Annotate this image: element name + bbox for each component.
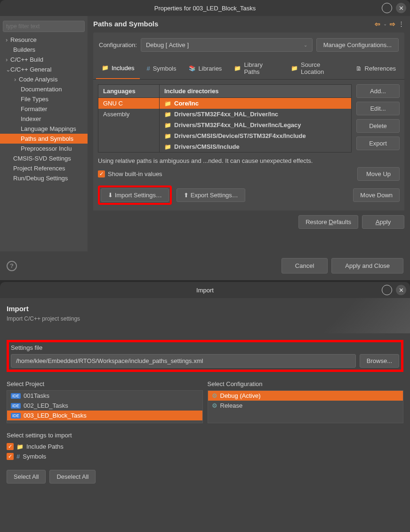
gear-icon: ⚙ xyxy=(212,392,217,399)
config-listbox: ⚙Debug (Active) ⚙Release xyxy=(208,390,404,423)
tree-paths-symbols[interactable]: Paths and Symbols xyxy=(0,134,88,144)
apply-close-button[interactable]: Apply and Close xyxy=(331,258,403,274)
settings-file-input[interactable] xyxy=(11,354,356,368)
include-row[interactable]: 📁Drivers/CMSIS/Device/ST/STM32F4xx/Inclu… xyxy=(160,130,351,141)
tree-documentation[interactable]: Documentation xyxy=(0,84,88,94)
tree-cgeneral[interactable]: ⌄C/C++ General xyxy=(0,64,88,74)
symbols-checkbox[interactable]: ✓ xyxy=(7,453,14,460)
hash-icon: # xyxy=(16,453,20,460)
properties-title: Properties for 003_LED_Block_Tasks xyxy=(154,5,256,12)
config-label: Configuration: xyxy=(99,41,137,48)
include-dirs-header: Include directories xyxy=(160,85,351,98)
tree-cbuild[interactable]: ›C/C++ Build xyxy=(0,55,88,64)
show-builtin-checkbox[interactable]: ✓ xyxy=(98,170,105,177)
tree-rundebug[interactable]: Run/Debug Settings xyxy=(0,173,88,183)
hint-text: Using relative paths is ambiguous and ..… xyxy=(93,157,404,167)
tab-includes[interactable]: 📁Includes xyxy=(96,57,140,79)
tree-preproc[interactable]: Preprocessor Inclu xyxy=(0,144,88,153)
tree-formatter[interactable]: Formatter xyxy=(0,104,88,114)
tree-resource[interactable]: ›Resource xyxy=(0,35,88,45)
restore-defaults-button[interactable]: Restore Defaults xyxy=(298,215,358,229)
properties-tree: ›Resource Builders ›C/C++ Build ⌄C/C++ G… xyxy=(0,16,88,251)
kebab-menu-icon[interactable]: ⋮ xyxy=(398,20,404,27)
settings-file-label: Settings file xyxy=(11,344,399,351)
folder-icon: 📁 xyxy=(16,443,24,450)
include-row[interactable]: 📁Drivers/STM32F4xx_HAL_Driver/Inc/Legacy xyxy=(160,120,351,130)
nav-back-icon[interactable]: ⇦ xyxy=(375,20,380,28)
project-item[interactable]: IDE003_LED_Block_Tasks xyxy=(7,411,202,420)
manage-config-button[interactable]: Manage Configurations... xyxy=(316,38,399,52)
window-restore-icon[interactable] xyxy=(382,285,392,295)
select-all-button[interactable]: Select All xyxy=(7,470,46,484)
nav-forward-icon[interactable]: ⇨ xyxy=(390,20,395,28)
filter-input[interactable] xyxy=(3,21,85,32)
folder-icon: 📁 xyxy=(164,133,171,139)
deselect-all-button[interactable]: Deselect All xyxy=(49,470,96,484)
help-icon[interactable]: ? xyxy=(7,261,17,271)
import-settings-button[interactable]: ⬇ Import Settings… xyxy=(101,188,169,202)
window-close-icon[interactable]: ✕ xyxy=(396,285,406,295)
select-config-label: Select Configuration xyxy=(208,380,404,387)
project-listbox: IDE001Tasks IDE002_LED_Tasks IDE003_LED_… xyxy=(7,390,203,423)
window-close-icon[interactable]: ✕ xyxy=(396,3,406,13)
ide-icon: IDE xyxy=(11,403,21,409)
folder-icon: 📁 xyxy=(234,65,241,72)
move-down-button[interactable]: Move Down xyxy=(353,188,400,202)
apply-button[interactable]: Apply xyxy=(362,215,404,229)
folder-icon: 📁 xyxy=(164,111,171,118)
add-button[interactable]: Add... xyxy=(356,84,400,98)
include-row[interactable]: 📁Drivers/CMSIS/Include xyxy=(160,141,351,152)
folder-icon: 📁 xyxy=(291,65,298,72)
tab-library-paths[interactable]: 📁Library Paths xyxy=(228,57,284,79)
tree-lang-mapping[interactable]: Language Mappings xyxy=(0,124,88,134)
project-item[interactable]: IDE001Tasks xyxy=(7,391,202,401)
tree-proj-refs[interactable]: Project References xyxy=(0,163,88,173)
folder-icon: 📁 xyxy=(164,122,171,129)
cancel-button[interactable]: Cancel xyxy=(281,258,328,274)
include-row[interactable]: 📁Core/Inc xyxy=(160,98,351,109)
gear-icon: ⚙ xyxy=(212,402,217,409)
tree-code-analysis[interactable]: ›Code Analysis xyxy=(0,74,88,84)
tab-symbols[interactable]: #Symbols xyxy=(141,57,182,79)
lang-assembly[interactable]: Assembly xyxy=(98,109,159,120)
edit-button[interactable]: Edit... xyxy=(356,102,400,115)
export-button[interactable]: Export xyxy=(356,137,400,150)
lang-gnu-c[interactable]: GNU C xyxy=(98,98,159,109)
tree-indexer[interactable]: Indexer xyxy=(0,114,88,124)
browse-button[interactable]: Browse... xyxy=(360,354,399,368)
symbols-label: Symbols xyxy=(23,453,46,460)
tab-source-location[interactable]: 📁Source Location xyxy=(285,57,349,79)
languages-header: Languages xyxy=(98,85,159,98)
section-title: Paths and Symbols xyxy=(93,20,158,28)
window-restore-icon[interactable] xyxy=(382,3,392,13)
config-item[interactable]: ⚙Debug (Active) xyxy=(208,391,403,401)
tree-builders[interactable]: Builders xyxy=(0,45,88,55)
tree-cmsis[interactable]: CMSIS-SVD Settings xyxy=(0,153,88,163)
books-icon: 📚 xyxy=(189,65,196,72)
tab-libraries[interactable]: 📚Libraries xyxy=(183,57,228,79)
tree-file-types[interactable]: File Types xyxy=(0,94,88,104)
import-title: Import xyxy=(196,287,214,294)
config-item[interactable]: ⚙Release xyxy=(208,401,403,411)
move-up-button[interactable]: Move Up xyxy=(357,167,400,181)
import-subtitle: Import C/C++ project settings xyxy=(7,315,403,322)
project-item[interactable]: IDE002_LED_Tasks xyxy=(7,401,202,411)
folder-icon: 📁 xyxy=(102,64,109,71)
import-heading: Import xyxy=(7,305,403,313)
include-paths-checkbox[interactable]: ✓ xyxy=(7,443,14,450)
doc-icon: 🗎 xyxy=(356,65,362,72)
select-settings-label: Select settings to import xyxy=(7,432,403,439)
include-paths-label: Include Paths xyxy=(26,443,64,450)
properties-titlebar: Properties for 003_LED_Block_Tasks ✕ xyxy=(0,0,410,16)
nav-dropdown-icon[interactable]: ⌄ xyxy=(383,21,387,26)
show-builtin-label: Show built-in values xyxy=(108,170,162,177)
config-select[interactable]: Debug [ Active ]⌄ xyxy=(141,38,313,52)
include-row[interactable]: 📁Drivers/STM32F4xx_HAL_Driver/Inc xyxy=(160,109,351,120)
ide-icon: IDE xyxy=(11,393,21,399)
import-titlebar: Import ✕ xyxy=(0,282,410,298)
import-icon: ⬇ xyxy=(108,192,113,199)
tab-references[interactable]: 🗎References xyxy=(350,57,402,79)
delete-button[interactable]: Delete xyxy=(356,119,400,133)
export-settings-button[interactable]: ⬆ Export Settings… xyxy=(177,188,245,202)
folder-icon: 📁 xyxy=(164,100,171,107)
